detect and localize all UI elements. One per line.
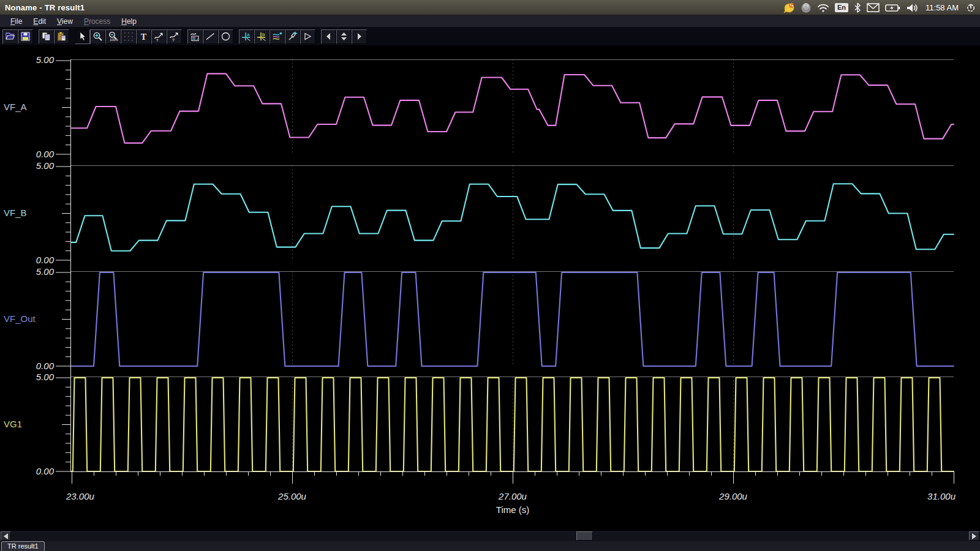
toolbar-group bbox=[187, 29, 233, 44]
scroll-left-button[interactable] bbox=[1, 531, 11, 541]
keyboard-indicator[interactable]: En bbox=[835, 3, 848, 12]
clock-text[interactable]: 11:58 AM bbox=[925, 3, 959, 12]
probe-icon bbox=[287, 31, 298, 42]
svg-text:100%: 100% bbox=[110, 38, 118, 42]
x-tick-label: 23.00u bbox=[66, 491, 95, 501]
tool-grid-button bbox=[121, 29, 136, 44]
y-label-max: 5.00 bbox=[36, 372, 55, 382]
waveform-plot-area[interactable]: 5.000.00VF_A5.000.00VF_B5.000.00VF_Out5.… bbox=[0, 45, 980, 530]
save-icon bbox=[20, 31, 31, 42]
open-icon bbox=[5, 31, 15, 42]
messenger-icon[interactable] bbox=[783, 0, 795, 15]
signal-label-vg1: VG1 bbox=[4, 419, 22, 429]
tool-line-button[interactable] bbox=[203, 29, 218, 44]
mail-icon[interactable] bbox=[867, 0, 880, 15]
tool-add-curves-button[interactable] bbox=[270, 29, 285, 44]
tool-paste-button[interactable] bbox=[54, 29, 69, 44]
tool-nav-left-button[interactable] bbox=[321, 29, 336, 44]
toolbar: 100%TT?ab bbox=[0, 28, 980, 45]
signal-label-vf_b: VF_B bbox=[4, 208, 27, 218]
toolbar-group bbox=[2, 29, 33, 44]
curve-arrow-icon: T bbox=[154, 31, 164, 42]
svg-text:T: T bbox=[156, 39, 159, 42]
signal-label-vf_a: VF_A bbox=[4, 102, 27, 112]
tool-curve-props-button[interactable] bbox=[187, 29, 203, 44]
tool-curve-arrow-button[interactable]: T bbox=[151, 29, 167, 44]
paste-icon bbox=[56, 31, 67, 42]
left-arrow-icon bbox=[4, 533, 8, 539]
menu-bar: FileEditViewProcessHelp bbox=[0, 15, 980, 28]
app-window: Noname - TR result1 En bbox=[0, 0, 980, 551]
menu-edit[interactable]: Edit bbox=[28, 16, 51, 27]
y-label-min: 0.00 bbox=[36, 466, 55, 476]
tool-cursor-a-button[interactable]: a bbox=[239, 29, 254, 44]
window-title: Noname - TR result1 bbox=[5, 3, 85, 12]
tool-open-button[interactable] bbox=[2, 29, 18, 44]
tool-curve-query-button[interactable]: ? bbox=[167, 29, 182, 44]
svg-text:b: b bbox=[262, 32, 265, 37]
toolbar-group: ab bbox=[239, 29, 315, 44]
tool-probe-button[interactable] bbox=[285, 29, 300, 44]
result-tab-bar: TR result1 bbox=[0, 541, 980, 551]
tool-cursor-b-button[interactable]: b bbox=[254, 29, 270, 44]
toolbar-group bbox=[321, 29, 367, 44]
nav-spin-icon bbox=[339, 31, 349, 42]
battery-icon[interactable] bbox=[885, 0, 900, 15]
tool-nav-right-button[interactable] bbox=[352, 29, 367, 44]
nav-left-icon bbox=[323, 31, 334, 42]
menu-view[interactable]: View bbox=[51, 16, 78, 27]
svg-text:a: a bbox=[247, 32, 250, 37]
tool-nav-spin-button[interactable] bbox=[336, 29, 352, 44]
x-tick-label: 31.00u bbox=[927, 491, 956, 501]
tool-zoom-out-100-button[interactable]: 100% bbox=[105, 29, 121, 44]
line-icon bbox=[205, 31, 216, 42]
scrollbar-thumb[interactable] bbox=[576, 531, 593, 541]
curve-props-icon bbox=[190, 31, 200, 42]
tool-select-button[interactable] bbox=[75, 29, 90, 44]
horizontal-scrollbar bbox=[0, 530, 980, 541]
copy-icon bbox=[41, 31, 51, 42]
x-axis-title: Time (s) bbox=[496, 504, 529, 515]
ellipse-icon bbox=[221, 31, 231, 42]
grid-icon bbox=[123, 31, 134, 42]
y-label-min: 0.00 bbox=[36, 255, 55, 265]
menu-file[interactable]: File bbox=[5, 16, 28, 27]
tool-save-button[interactable] bbox=[18, 29, 33, 44]
text-icon: T bbox=[138, 31, 149, 42]
volume-icon[interactable] bbox=[906, 0, 919, 15]
zoom-out-100-icon: 100% bbox=[108, 31, 118, 42]
wifi-icon[interactable] bbox=[817, 0, 829, 15]
cursor-b-icon: b bbox=[257, 31, 267, 42]
scroll-right-button[interactable] bbox=[969, 531, 979, 541]
tab-label: TR result1 bbox=[7, 542, 39, 550]
tool-zoom-in-button[interactable] bbox=[90, 29, 105, 44]
menu-help[interactable]: Help bbox=[116, 16, 142, 27]
marker-icon bbox=[303, 31, 313, 42]
toolbar-group bbox=[39, 29, 69, 44]
x-tick-label: 29.00u bbox=[718, 491, 748, 501]
bluetooth-icon[interactable] bbox=[854, 0, 861, 15]
tool-copy-button[interactable] bbox=[39, 29, 54, 44]
waveform-svg: 5.000.00VF_A5.000.00VF_B5.000.00VF_Out5.… bbox=[0, 45, 980, 530]
y-label-max: 5.00 bbox=[36, 266, 55, 277]
svg-text:?: ? bbox=[172, 37, 175, 42]
nav-right-icon bbox=[354, 31, 364, 42]
ball-icon[interactable] bbox=[801, 0, 812, 15]
tool-text-button[interactable]: T bbox=[136, 29, 151, 44]
tool-marker-button[interactable] bbox=[300, 29, 315, 44]
toolbar-group: 100%TT? bbox=[75, 29, 182, 44]
title-bar: Noname - TR result1 En bbox=[0, 0, 980, 15]
signal-label-vf_out: VF_Out bbox=[4, 313, 36, 324]
x-tick-label: 25.00u bbox=[277, 491, 307, 501]
tab-tr-result1[interactable]: TR result1 bbox=[1, 541, 45, 551]
menu-process: Process bbox=[78, 16, 116, 27]
tool-ellipse-button[interactable] bbox=[218, 29, 233, 44]
x-tick-label: 27.00u bbox=[498, 491, 527, 501]
svg-text:T: T bbox=[141, 32, 147, 42]
power-icon[interactable] bbox=[965, 0, 976, 15]
y-label-max: 5.00 bbox=[36, 160, 55, 171]
y-label-min: 0.00 bbox=[36, 361, 55, 371]
cursor-a-icon: a bbox=[241, 31, 252, 42]
select-icon bbox=[77, 31, 88, 42]
y-label-max: 5.00 bbox=[36, 54, 55, 65]
